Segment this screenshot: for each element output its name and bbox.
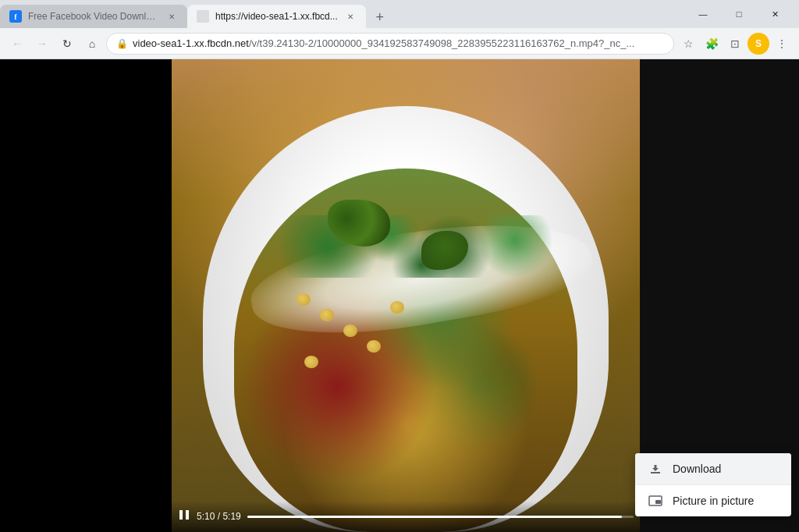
title-bar: f Free Facebook Video Downloade... ✕ htt… xyxy=(0,0,799,28)
time-display: 5:10 / 5:19 xyxy=(197,511,241,522)
svg-rect-4 xyxy=(655,500,661,504)
profile-avatar[interactable]: S xyxy=(748,33,769,55)
chickpea-5 xyxy=(390,301,404,314)
video-frame xyxy=(172,59,640,532)
tab-favicon-video xyxy=(197,10,209,23)
home-button[interactable]: ⌂ xyxy=(81,33,103,55)
video-controls: 5:10 / 5:19 xyxy=(172,501,640,532)
pause-button[interactable] xyxy=(178,509,190,524)
total-time: 5:19 xyxy=(222,511,240,522)
address-text: video-sea1-1.xx.fbcdn.net/v/t39.24130-2/… xyxy=(133,37,664,49)
chrome-cast-icon[interactable]: ⊡ xyxy=(724,33,746,55)
address-path: /v/t39.24130-2/10000000_934192583749098_… xyxy=(249,37,634,49)
tab-title-1: Free Facebook Video Downloade... xyxy=(28,11,159,22)
tab-facebook-downloader[interactable]: f Free Facebook Video Downloade... ✕ xyxy=(0,5,187,28)
pip-label: Picture in picture xyxy=(673,495,754,507)
progress-fill xyxy=(247,516,622,518)
chickpea-2 xyxy=(320,309,334,321)
download-icon xyxy=(648,461,663,477)
close-button[interactable]: ✕ xyxy=(757,2,793,27)
content-area: 5:10 / 5:19 Download xyxy=(0,59,799,532)
address-domain: video-sea1-1.xx.fbcdn.net xyxy=(133,37,249,49)
tab-title-2: https://video-sea1-1.xx.fbcd... xyxy=(215,11,338,22)
toolbar: ← → ↻ ⌂ 🔒 video-sea1-1.xx.fbcdn.net/v/t3… xyxy=(0,28,799,59)
svg-rect-0 xyxy=(179,510,183,520)
minimize-button[interactable]: — xyxy=(685,2,721,27)
context-menu-pip[interactable]: Picture in picture xyxy=(635,485,791,516)
download-label: Download xyxy=(673,463,721,475)
svg-rect-2 xyxy=(651,472,660,473)
chickpea-1 xyxy=(297,293,311,306)
chrome-window: f Free Facebook Video Downloade... ✕ htt… xyxy=(0,0,799,532)
extensions-puzzle-icon[interactable]: 🧩 xyxy=(701,33,723,55)
security-lock-icon: 🔒 xyxy=(116,38,128,49)
context-menu: Download Picture in picture xyxy=(635,453,791,516)
chickpea-6 xyxy=(304,356,318,368)
chickpea-4 xyxy=(367,340,381,353)
address-bar[interactable]: 🔒 video-sea1-1.xx.fbcdn.net/v/t39.24130-… xyxy=(106,33,674,55)
new-tab-button[interactable]: + xyxy=(369,6,391,28)
progress-bar[interactable] xyxy=(247,516,634,518)
toolbar-actions: ☆ 🧩 ⊡ S ⋮ xyxy=(677,33,793,55)
maximize-button[interactable]: □ xyxy=(721,2,757,27)
bookmark-star-icon[interactable]: ☆ xyxy=(677,33,699,55)
svg-rect-1 xyxy=(186,510,189,520)
current-time: 5:10 xyxy=(197,511,215,522)
chickpea-3 xyxy=(343,325,357,337)
back-button[interactable]: ← xyxy=(6,33,28,55)
more-options-icon[interactable]: ⋮ xyxy=(771,33,793,55)
tab-close-2[interactable]: ✕ xyxy=(344,10,357,23)
tab-bar: f Free Facebook Video Downloade... ✕ htt… xyxy=(0,0,685,28)
pip-icon xyxy=(648,493,663,509)
forward-button[interactable]: → xyxy=(31,33,53,55)
tab-video[interactable]: https://video-sea1-1.xx.fbcd... ✕ xyxy=(187,5,366,28)
food-background xyxy=(172,59,640,532)
tab-close-1[interactable]: ✕ xyxy=(165,10,178,23)
window-controls: — □ ✕ xyxy=(685,0,799,28)
black-left-bar xyxy=(0,59,172,532)
context-menu-download[interactable]: Download xyxy=(635,453,791,484)
refresh-button[interactable]: ↻ xyxy=(56,33,78,55)
tab-favicon-facebook: f xyxy=(9,10,22,23)
